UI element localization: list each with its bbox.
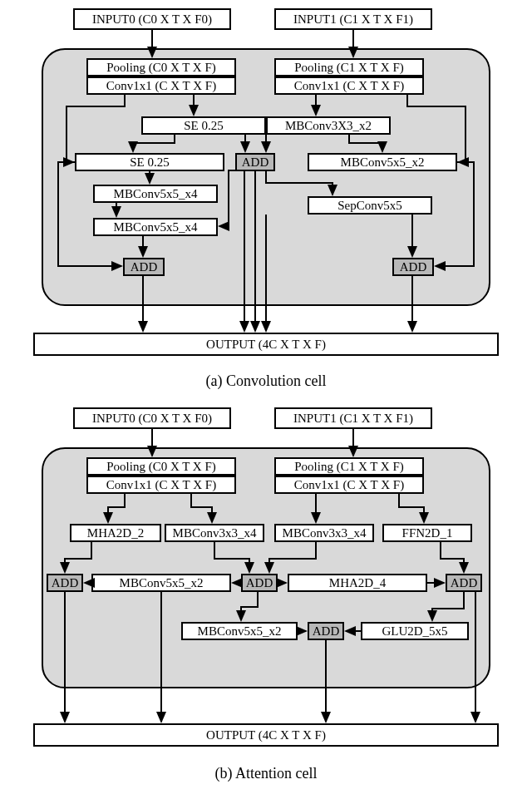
- attn-add-c: ADD: [241, 574, 278, 592]
- conv-pool1: Pooling (C1 X T X F): [274, 58, 424, 76]
- attn-add-r: ADD: [446, 574, 482, 592]
- attn-add-l: ADD: [47, 574, 83, 592]
- conv-add-right: ADD: [392, 258, 434, 276]
- conv-pool0: Pooling (C0 X T X F): [86, 58, 236, 76]
- attn-input0: INPUT0 (C0 X T X F0): [73, 407, 231, 429]
- conv-add-center: ADD: [235, 153, 275, 171]
- conv-conv1: Conv1x1 (C X T X F): [274, 76, 424, 95]
- conv-input1: INPUT1 (C1 X T X F1): [274, 8, 432, 30]
- attn-mb5x5-b: MBConv5x5_x2: [181, 622, 298, 640]
- attn-mb3x3-b: MBConv3x3_x4: [274, 524, 374, 542]
- conv-mb5x5-a: MBConv5x5_x4: [93, 185, 218, 203]
- conv-sep5x5: SepConv5x5: [308, 196, 432, 215]
- conv-add-left: ADD: [123, 258, 165, 276]
- attn-input1: INPUT1 (C1 X T X F1): [274, 407, 432, 429]
- attn-conv0: Conv1x1 (C X T X F): [86, 476, 236, 494]
- conv-mb5x5-r: MBConv5x5_x2: [308, 153, 457, 171]
- attn-conv1: Conv1x1 (C X T X F): [274, 476, 424, 494]
- attn-mha2d4: MHA2D_4: [288, 574, 427, 592]
- conv-input0: INPUT0 (C0 X T X F0): [73, 8, 231, 30]
- attn-mb3x3-a: MBConv3x3_x4: [165, 524, 264, 542]
- conv-caption: (a) Convolution cell: [0, 372, 532, 390]
- attn-pool0: Pooling (C0 X T X F): [86, 457, 236, 476]
- conv-se-top: SE 0.25: [141, 116, 266, 135]
- attn-glu: GLU2D_5x5: [361, 622, 469, 640]
- conv-mb5x5-b: MBConv5x5_x4: [93, 218, 218, 236]
- conv-output: OUTPUT (4C X T X F): [33, 333, 499, 356]
- attn-mb5x5-a: MBConv5x5_x2: [91, 574, 231, 592]
- attn-mha2d2: MHA2D_2: [70, 524, 161, 542]
- conv-mb3x3: MBConv3X3_x2: [266, 116, 391, 135]
- attn-ffn: FFN2D_1: [382, 524, 472, 542]
- attn-pool1: Pooling (C1 X T X F): [274, 457, 424, 476]
- attn-caption: (b) Attention cell: [0, 765, 532, 782]
- attn-output: OUTPUT (4C X T X F): [33, 723, 499, 747]
- conv-se-left: SE 0.25: [75, 153, 224, 171]
- attn-add-b: ADD: [308, 622, 344, 640]
- conv-conv0: Conv1x1 (C X T X F): [86, 76, 236, 95]
